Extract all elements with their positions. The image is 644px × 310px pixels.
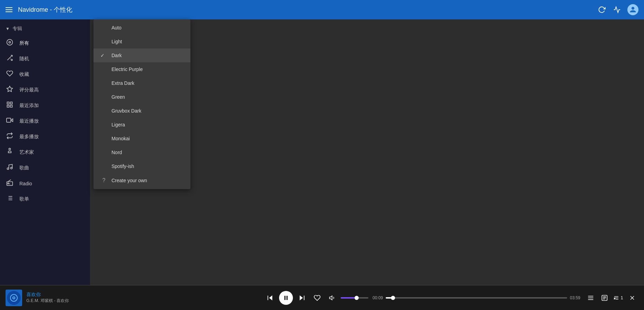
sidebar-item-playlists[interactable]: 歌单 xyxy=(0,191,90,207)
recently-added-icon xyxy=(6,101,14,110)
svg-rect-31 xyxy=(287,296,288,300)
topbar-actions xyxy=(597,4,638,15)
sidebar-item-songs[interactable]: 歌曲 xyxy=(0,160,90,176)
theme-spotify-ish[interactable]: ✓ Spotify-ish xyxy=(93,159,190,173)
sidebar-item-radio[interactable]: Radio xyxy=(0,176,90,191)
refresh-icon[interactable] xyxy=(597,5,607,15)
recently-played-icon xyxy=(6,117,14,125)
current-time: 00:09 xyxy=(373,295,383,300)
theme-create-your-own[interactable]: ? Create your own xyxy=(93,173,190,188)
theme-menu: ✓ Auto ✓ Light ✓ Dark ✓ Electric Purple … xyxy=(93,19,190,189)
svg-point-27 xyxy=(13,297,15,299)
theme-nord[interactable]: ✓ Nord xyxy=(93,145,190,159)
sidebar-item-recently-played-label: 最近播放 xyxy=(19,118,39,124)
sidebar-albums-section: ▼ 专辑 所有 随机 收藏 评分最高 xyxy=(0,19,90,210)
account-avatar[interactable] xyxy=(627,4,638,15)
activity-icon[interactable] xyxy=(612,5,622,15)
svg-marker-9 xyxy=(11,119,13,122)
app-title: Navidrome - 个性化 xyxy=(18,6,597,14)
sidebar-item-top-rated[interactable]: 评分最高 xyxy=(0,82,90,98)
svg-marker-28 xyxy=(269,295,272,300)
volume-thumb xyxy=(355,296,359,300)
create-your-own-icon: ? xyxy=(100,177,107,184)
menu-toggle[interactable] xyxy=(6,7,12,12)
svg-marker-34 xyxy=(330,296,332,300)
close-player-button[interactable] xyxy=(626,292,638,304)
theme-monokai[interactable]: ✓ Monokai xyxy=(93,132,190,145)
lyrics-icon[interactable] xyxy=(598,292,611,304)
svg-rect-7 xyxy=(7,105,9,107)
pause-button[interactable] xyxy=(279,291,293,305)
sidebar-item-songs-label: 歌曲 xyxy=(19,165,29,171)
svg-point-14 xyxy=(8,183,9,184)
svg-marker-32 xyxy=(300,295,303,300)
volume-icon[interactable] xyxy=(326,292,339,304)
album-art-inner xyxy=(7,291,21,305)
sidebar-item-most-played[interactable]: 最多播放 xyxy=(0,129,90,144)
queue-icon[interactable] xyxy=(584,292,597,304)
radio-icon xyxy=(6,179,14,188)
player-song-title: 喜欢你 xyxy=(26,292,69,298)
progress-bar[interactable] xyxy=(386,297,567,299)
player-controls xyxy=(264,291,368,305)
sidebar-albums-label: 专辑 xyxy=(12,26,22,32)
sidebar-item-all[interactable]: 所有 xyxy=(0,35,90,51)
theme-ligera-label: Ligera xyxy=(111,122,125,127)
theme-electric-purple[interactable]: ✓ Electric Purple xyxy=(93,62,190,76)
theme-auto-label: Auto xyxy=(111,25,122,30)
theme-ligera[interactable]: ✓ Ligera xyxy=(93,118,190,132)
playlist-count[interactable]: 1 xyxy=(612,292,625,304)
theme-nord-label: Nord xyxy=(111,150,122,155)
topbar: Navidrome - 个性化 xyxy=(0,0,644,19)
svg-point-1 xyxy=(9,42,11,43)
favorite-button[interactable] xyxy=(311,292,323,304)
theme-auto[interactable]: ✓ Auto xyxy=(93,21,190,35)
volume-slider[interactable] xyxy=(341,297,368,299)
sidebar-item-radio-label: Radio xyxy=(19,181,32,186)
sidebar-item-artists[interactable]: 艺术家 xyxy=(0,144,90,160)
theme-light-label: Light xyxy=(111,39,122,44)
theme-green-label: Green xyxy=(111,94,125,100)
total-time: 03:59 xyxy=(570,295,580,300)
sidebar-item-recently-added[interactable]: 最近添加 xyxy=(0,98,90,113)
previous-button[interactable] xyxy=(264,292,276,304)
theme-electric-purple-label: Electric Purple xyxy=(111,67,143,72)
artists-icon xyxy=(6,148,14,157)
theme-green[interactable]: ✓ Green xyxy=(93,90,190,104)
sidebar: ▼ 专辑 所有 随机 收藏 评分最高 xyxy=(0,19,90,285)
svg-rect-5 xyxy=(7,102,9,104)
theme-monokai-label: Monokai xyxy=(111,136,130,141)
svg-point-11 xyxy=(7,168,9,170)
player-track-info: 喜欢你 G.E.M. 邓紫棋 - 喜欢你 xyxy=(26,292,69,304)
all-icon xyxy=(6,39,14,47)
sidebar-item-favorites[interactable]: 收藏 xyxy=(0,67,90,82)
favorites-icon xyxy=(6,70,14,79)
theme-gruvbox-dark[interactable]: ✓ Gruvbox Dark xyxy=(93,104,190,118)
theme-dark-label: Dark xyxy=(111,53,122,58)
svg-rect-8 xyxy=(10,105,12,107)
sidebar-albums-header[interactable]: ▼ 专辑 xyxy=(0,22,90,35)
theme-dark[interactable]: ✓ Dark xyxy=(93,48,190,62)
next-button[interactable] xyxy=(296,292,308,304)
sidebar-item-recently-added-label: 最近添加 xyxy=(19,103,39,109)
theme-light[interactable]: ✓ Light xyxy=(93,35,190,48)
sidebar-item-artists-label: 艺术家 xyxy=(19,149,34,156)
svg-point-26 xyxy=(10,294,17,301)
progress-area: 00:09 03:59 xyxy=(373,295,580,300)
svg-rect-10 xyxy=(7,118,11,122)
svg-point-12 xyxy=(11,167,12,169)
theme-extra-dark[interactable]: ✓ Extra Dark xyxy=(93,76,190,90)
sidebar-item-random[interactable]: 随机 xyxy=(0,51,90,67)
theme-extra-dark-label: Extra Dark xyxy=(111,80,134,86)
songs-icon xyxy=(6,163,14,172)
progress-thumb xyxy=(391,296,395,300)
theme-gruvbox-dark-label: Gruvbox Dark xyxy=(111,108,141,114)
sidebar-item-playlists-label: 歌单 xyxy=(19,196,29,202)
sidebar-item-recently-played[interactable]: 最近播放 xyxy=(0,113,90,129)
theme-spotify-ish-label: Spotify-ish xyxy=(111,163,134,169)
player-extra-controls: 1 xyxy=(584,292,638,304)
album-art xyxy=(6,290,22,306)
player-artist-album: G.E.M. 邓紫棋 - 喜欢你 xyxy=(26,298,69,304)
volume-area xyxy=(326,292,368,304)
sidebar-item-random-label: 随机 xyxy=(19,56,29,62)
